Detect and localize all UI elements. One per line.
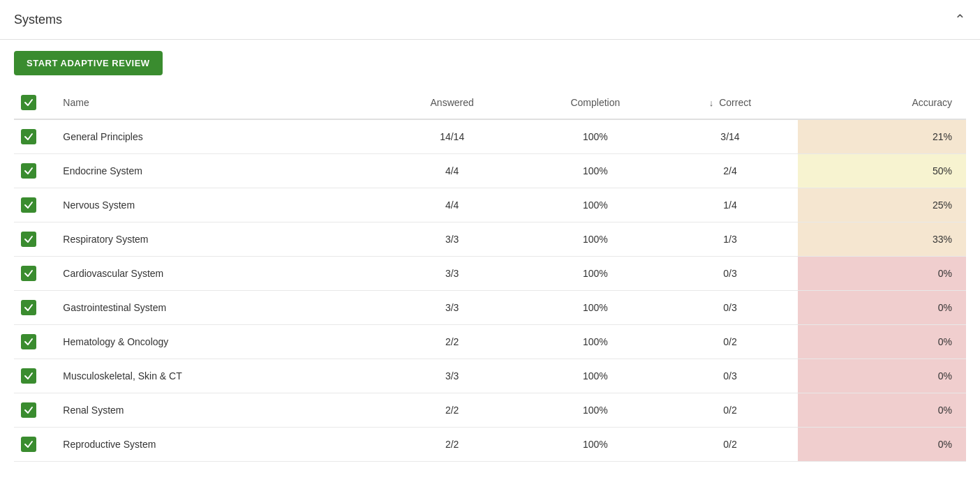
row-completion: 100% (528, 393, 662, 428)
row-answered: 4/4 (376, 154, 528, 188)
row-checkbox[interactable] (21, 129, 36, 144)
col-header-check (14, 86, 56, 119)
row-correct: 2/4 (662, 154, 797, 188)
row-checkbox[interactable] (21, 232, 36, 247)
page-title: Systems (14, 13, 62, 27)
row-accuracy: 21% (798, 119, 966, 154)
row-completion: 100% (528, 291, 662, 325)
row-correct: 1/3 (662, 222, 797, 257)
row-checkbox[interactable] (21, 197, 36, 213)
row-name: Gastrointestinal System (56, 291, 376, 325)
row-checkbox-cell (14, 325, 56, 359)
row-name: Musculoskeletal, Skin & CT (56, 359, 376, 393)
row-correct: 0/2 (662, 393, 797, 428)
row-completion: 100% (528, 257, 662, 291)
row-answered: 2/2 (376, 393, 528, 428)
row-accuracy: 33% (798, 222, 966, 257)
row-name: General Principles (56, 119, 376, 154)
row-name: Nervous System (56, 188, 376, 222)
row-name: Respiratory System (56, 222, 376, 257)
row-completion: 100% (528, 428, 662, 462)
start-adaptive-review-button[interactable]: START ADAPTIVE REVIEW (14, 51, 163, 75)
row-checkbox-cell (14, 291, 56, 325)
row-name: Reproductive System (56, 428, 376, 462)
row-accuracy: 0% (798, 393, 966, 428)
row-checkbox-cell (14, 119, 56, 154)
col-header-correct[interactable]: ↓ Correct (662, 86, 797, 119)
row-answered: 14/14 (376, 119, 528, 154)
row-checkbox-cell (14, 393, 56, 428)
row-answered: 2/2 (376, 428, 528, 462)
row-accuracy: 0% (798, 359, 966, 393)
row-name: Hematology & Oncology (56, 325, 376, 359)
row-answered: 2/2 (376, 325, 528, 359)
row-name: Cardiovascular System (56, 257, 376, 291)
toolbar: START ADAPTIVE REVIEW (0, 40, 980, 86)
row-correct: 0/2 (662, 428, 797, 462)
col-header-completion: Completion (528, 86, 662, 119)
row-answered: 4/4 (376, 188, 528, 222)
row-checkbox-cell (14, 359, 56, 393)
row-checkbox[interactable] (21, 437, 36, 452)
header-bar: Systems ⌃ (0, 0, 980, 40)
row-completion: 100% (528, 119, 662, 154)
table-header: Name Answered Completion ↓ Correct Accur… (14, 86, 966, 119)
row-name: Renal System (56, 393, 376, 428)
row-correct: 0/3 (662, 257, 797, 291)
col-header-answered: Answered (376, 86, 528, 119)
table-row: Gastrointestinal System3/3100%0/30% (14, 291, 966, 325)
row-checkbox-cell (14, 257, 56, 291)
row-correct: 0/3 (662, 291, 797, 325)
table-row: Hematology & Oncology2/2100%0/20% (14, 325, 966, 359)
row-completion: 100% (528, 188, 662, 222)
table-row: Reproductive System2/2100%0/20% (14, 428, 966, 462)
collapse-icon[interactable]: ⌃ (954, 11, 966, 28)
row-accuracy: 50% (798, 154, 966, 188)
row-checkbox[interactable] (21, 300, 36, 315)
row-answered: 3/3 (376, 291, 528, 325)
header-checkbox[interactable] (21, 95, 36, 110)
row-answered: 3/3 (376, 359, 528, 393)
row-accuracy: 0% (798, 257, 966, 291)
systems-table: Name Answered Completion ↓ Correct Accur… (14, 86, 966, 462)
row-checkbox[interactable] (21, 334, 36, 349)
row-checkbox-cell (14, 222, 56, 257)
row-accuracy: 0% (798, 428, 966, 462)
row-correct: 0/2 (662, 325, 797, 359)
row-completion: 100% (528, 359, 662, 393)
table-row: Nervous System4/4100%1/425% (14, 188, 966, 222)
row-checkbox-cell (14, 154, 56, 188)
page-container: Systems ⌃ START ADAPTIVE REVIEW N (0, 0, 980, 498)
header-row: Name Answered Completion ↓ Correct Accur… (14, 86, 966, 119)
table-wrap: Name Answered Completion ↓ Correct Accur… (0, 86, 980, 476)
col-header-name: Name (56, 86, 376, 119)
row-answered: 3/3 (376, 257, 528, 291)
table-row: Musculoskeletal, Skin & CT3/3100%0/30% (14, 359, 966, 393)
table-row: General Principles14/14100%3/1421% (14, 119, 966, 154)
sort-down-icon: ↓ (709, 98, 714, 108)
row-accuracy: 0% (798, 291, 966, 325)
table-row: Respiratory System3/3100%1/333% (14, 222, 966, 257)
row-checkbox[interactable] (21, 368, 36, 384)
row-checkbox[interactable] (21, 402, 36, 418)
row-completion: 100% (528, 325, 662, 359)
row-checkbox-cell (14, 188, 56, 222)
row-completion: 100% (528, 154, 662, 188)
table-row: Cardiovascular System3/3100%0/30% (14, 257, 966, 291)
row-correct: 1/4 (662, 188, 797, 222)
table-row: Endocrine System4/4100%2/450% (14, 154, 966, 188)
row-name: Endocrine System (56, 154, 376, 188)
row-accuracy: 25% (798, 188, 966, 222)
table-row: Renal System2/2100%0/20% (14, 393, 966, 428)
row-completion: 100% (528, 222, 662, 257)
row-accuracy: 0% (798, 325, 966, 359)
row-correct: 3/14 (662, 119, 797, 154)
table-body: General Principles14/14100%3/1421% Endoc… (14, 119, 966, 462)
row-checkbox[interactable] (21, 163, 36, 179)
row-checkbox[interactable] (21, 266, 36, 281)
col-header-accuracy: Accuracy (798, 86, 966, 119)
row-correct: 0/3 (662, 359, 797, 393)
row-checkbox-cell (14, 428, 56, 462)
row-answered: 3/3 (376, 222, 528, 257)
